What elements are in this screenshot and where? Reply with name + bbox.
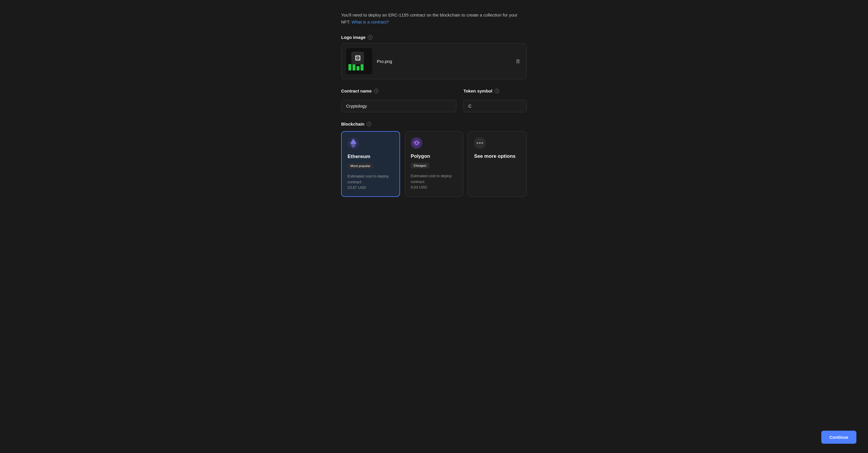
blockchain-card-polygon[interactable]: Polygon Cheaper Estimated cost to deploy… [405, 131, 464, 197]
contract-name-info-icon[interactable]: i [374, 89, 379, 93]
svg-point-9 [479, 142, 481, 144]
ethereum-name: Ethereum [347, 154, 394, 160]
more-options-name: See more options [474, 154, 521, 159]
logo-info-icon[interactable]: i [368, 35, 372, 40]
continue-button[interactable]: Continue [821, 431, 857, 444]
blockchain-info-icon[interactable]: i [367, 122, 371, 126]
blockchain-options: Ethereum Most popular Estimated cost to … [341, 131, 527, 197]
svg-text:⊡: ⊡ [355, 54, 361, 62]
blockchain-card-more[interactable]: See more options [468, 131, 527, 197]
contract-name-input[interactable] [341, 100, 456, 112]
token-symbol-info-icon[interactable]: i [495, 89, 499, 93]
logo-file-info: ⊡ Pro.png [346, 48, 392, 74]
contract-link[interactable]: What is a contract? [351, 20, 389, 24]
ethereum-badge: Most popular [347, 163, 373, 169]
token-symbol-label: Token symbol i [463, 89, 527, 93]
logo-thumbnail: ⊡ [346, 48, 372, 74]
more-options-icon [474, 137, 486, 149]
token-symbol-input[interactable] [463, 100, 527, 112]
polygon-badge: Cheaper [411, 163, 429, 168]
contract-name-group: Contract name i [341, 89, 456, 112]
fields-row: Contract name i Token symbol i [341, 89, 527, 112]
contract-name-label: Contract name i [341, 89, 456, 93]
delete-logo-button[interactable]: 🗑 [514, 57, 522, 66]
continue-btn-container: Continue [821, 431, 857, 444]
blockchain-card-ethereum[interactable]: Ethereum Most popular Estimated cost to … [341, 131, 400, 197]
svg-point-8 [477, 142, 478, 144]
description-text: You'll need to deploy an ERC-1155 contra… [341, 11, 527, 26]
blockchain-section: Blockchain i Ethereum Most popular Estim… [341, 122, 527, 197]
logo-image-label: Logo image i [341, 35, 527, 40]
svg-rect-3 [356, 66, 360, 70]
logo-filename: Pro.png [377, 59, 392, 64]
main-content: You'll need to deploy an ERC-1155 contra… [341, 11, 527, 206]
polygon-name: Polygon [411, 154, 458, 159]
polygon-icon [411, 137, 423, 149]
blockchain-label: Blockchain i [341, 122, 527, 126]
svg-rect-1 [348, 64, 351, 70]
logo-upload-container: ⊡ Pro.png 🗑 [341, 43, 527, 79]
ethereum-icon [347, 137, 359, 149]
svg-point-7 [413, 139, 421, 147]
svg-point-10 [481, 142, 483, 144]
ethereum-cost: Estimated cost to deploy contract: 23,87… [347, 173, 394, 191]
token-symbol-group: Token symbol i [463, 89, 527, 112]
polygon-cost: Estimated cost to deploy contract: 0,03 … [411, 173, 458, 190]
